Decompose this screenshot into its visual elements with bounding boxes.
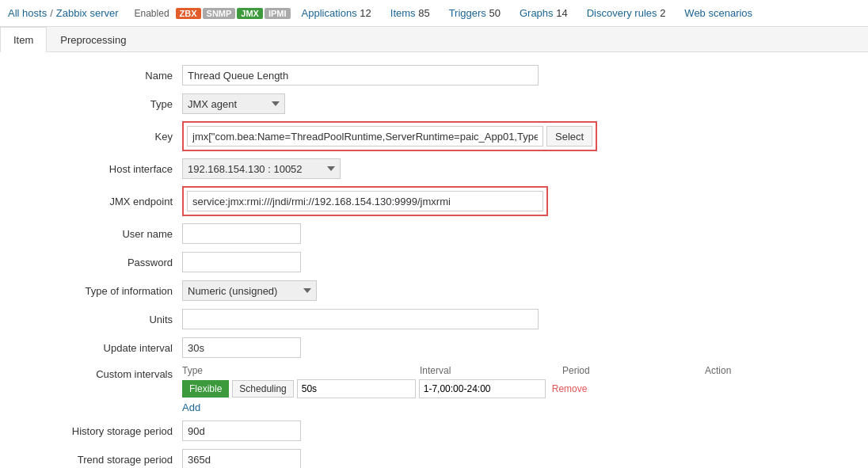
badge-snmp[interactable]: SNMP <box>203 8 236 19</box>
period-input[interactable] <box>419 379 546 398</box>
name-label: Name <box>16 70 182 82</box>
badge-jmx[interactable]: JMX <box>237 8 263 19</box>
type-info-select[interactable]: Numeric (unsigned) Numeric (float) Chara… <box>182 280 317 301</box>
breadcrumb-server[interactable]: Zabbix server <box>56 7 119 19</box>
nav-tab-triggers[interactable]: Triggers 50 <box>440 0 510 27</box>
type-info-label: Type of information <box>16 285 182 297</box>
breadcrumb-allhosts[interactable]: All hosts <box>8 7 47 19</box>
type-label: Type <box>16 98 182 110</box>
badge-ipmi[interactable]: IPMI <box>265 8 291 19</box>
update-interval-input[interactable] <box>182 337 301 358</box>
username-input[interactable] <box>182 223 301 244</box>
update-interval-label: Update interval <box>16 342 182 354</box>
custom-intervals-container: Type Interval Period Action Flexible Sch… <box>182 365 768 413</box>
units-row: Units <box>16 308 852 330</box>
key-input[interactable] <box>187 126 543 146</box>
remove-button[interactable]: Remove <box>549 383 591 394</box>
col-interval: Interval <box>420 365 546 376</box>
enabled-status: Enabled <box>135 8 169 19</box>
password-row: Password <box>16 251 852 273</box>
trend-input[interactable] <box>182 449 301 468</box>
password-label: Password <box>16 257 182 268</box>
tab-item[interactable]: Item <box>0 27 47 52</box>
history-input[interactable] <box>182 420 301 441</box>
name-row: Name <box>16 64 852 86</box>
add-interval-button[interactable]: Add <box>182 401 200 413</box>
type-info-row: Type of information Numeric (unsigned) N… <box>16 280 852 302</box>
intervals-header: Type Interval Period Action <box>182 365 768 376</box>
host-interface-select[interactable]: 192.168.154.130 : 10052 <box>182 158 341 179</box>
nav-tab-graphs[interactable]: Graphs 14 <box>510 0 577 27</box>
top-navtabs: Applications 12 Items 85 Triggers 50 Gra… <box>292 0 860 27</box>
form-container: Name Type JMX agent Zabbix agent SNMP v1… <box>0 52 868 468</box>
jmx-endpoint-row: JMX endpoint <box>16 186 852 216</box>
host-interface-row: Host interface 192.168.154.130 : 10052 <box>16 158 852 180</box>
custom-intervals-label: Custom intervals <box>16 365 182 380</box>
main-tabs: Item Preprocessing <box>0 27 868 52</box>
select-button[interactable]: Select <box>546 126 592 146</box>
jmx-highlight-box <box>182 186 548 216</box>
badge-zbx[interactable]: ZBX <box>176 8 201 19</box>
nav-tab-items[interactable]: Items 85 <box>381 0 440 27</box>
top-nav: All hosts / Zabbix server Enabled ZBX SN… <box>0 0 868 27</box>
history-row: History storage period <box>16 420 852 442</box>
jmx-endpoint-input[interactable] <box>187 191 543 211</box>
name-input[interactable] <box>182 65 539 86</box>
type-row: Type JMX agent Zabbix agent SNMP v1 SNMP… <box>16 93 852 115</box>
interval-input[interactable] <box>297 379 416 398</box>
trend-row: Trend storage period <box>16 448 852 468</box>
password-input[interactable] <box>182 252 301 272</box>
nav-tab-discovery[interactable]: Discovery rules 2 <box>577 0 676 27</box>
username-label: User name <box>16 228 182 240</box>
intervals-row: Flexible Scheduling Remove <box>182 379 768 398</box>
nav-tab-applications[interactable]: Applications 12 <box>292 0 381 27</box>
nav-tab-web-scenarios[interactable]: Web scenarios <box>675 0 762 27</box>
key-row: Key Select <box>16 121 852 151</box>
col-action: Action <box>705 365 768 376</box>
custom-intervals-row: Custom intervals Type Interval Period Ac… <box>16 365 852 413</box>
host-interface-label: Host interface <box>16 163 182 175</box>
trend-label: Trend storage period <box>16 454 182 466</box>
col-type: Type <box>182 365 341 376</box>
type-select[interactable]: JMX agent Zabbix agent SNMP v1 SNMP v2 <box>182 93 285 114</box>
history-label: History storage period <box>16 425 182 437</box>
btn-flexible[interactable]: Flexible <box>182 380 229 398</box>
units-input[interactable] <box>182 309 539 329</box>
tab-preprocessing[interactable]: Preprocessing <box>47 27 139 52</box>
breadcrumb-separator: / <box>50 7 53 19</box>
key-label: Key <box>16 131 182 143</box>
col-period: Period <box>562 365 697 376</box>
jmx-endpoint-label: JMX endpoint <box>16 196 182 207</box>
update-interval-row: Update interval <box>16 337 852 359</box>
units-label: Units <box>16 314 182 325</box>
username-row: User name <box>16 223 852 245</box>
btn-scheduling[interactable]: Scheduling <box>232 380 293 398</box>
key-highlight-box: Select <box>182 121 597 151</box>
breadcrumb: All hosts / Zabbix server <box>8 7 119 19</box>
